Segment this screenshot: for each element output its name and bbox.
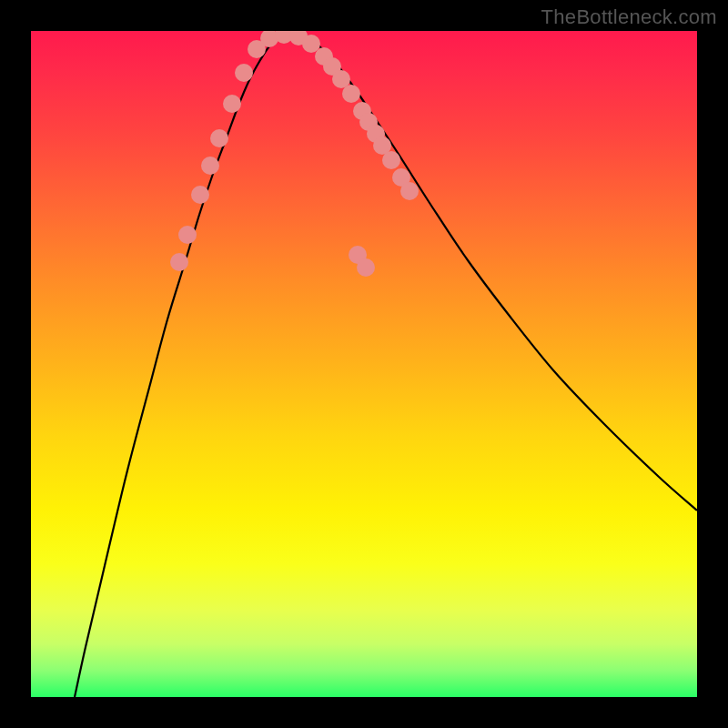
bottleneck-curve: [75, 35, 697, 697]
data-dot: [223, 95, 241, 113]
data-dot: [201, 157, 219, 175]
chart-frame: TheBottleneck.com: [0, 0, 728, 728]
data-dot: [357, 258, 375, 277]
plot-area: [31, 31, 697, 697]
curve-dots: [170, 31, 419, 277]
data-dot: [400, 182, 419, 200]
data-dot: [170, 253, 188, 271]
data-dot: [342, 85, 360, 103]
data-dot: [382, 151, 400, 169]
watermark-text: TheBottleneck.com: [541, 5, 717, 29]
data-dot: [178, 226, 197, 244]
data-dot: [210, 129, 228, 147]
data-dot: [235, 64, 253, 82]
curve-svg: [31, 31, 697, 697]
data-dot: [191, 186, 209, 204]
